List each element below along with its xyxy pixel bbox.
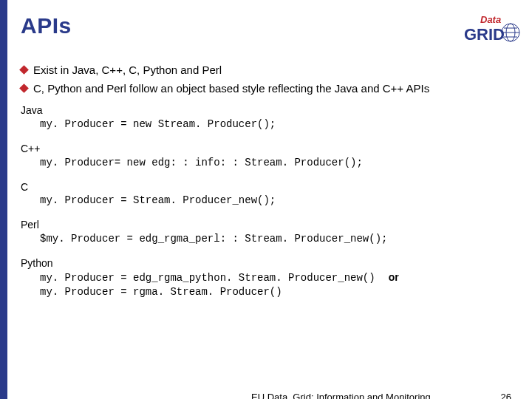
code-line: my. Producer = Stream. Producer_new(); — [40, 194, 525, 208]
code-line: my. Producer = new Stream. Producer(); — [40, 117, 525, 132]
code-section-cpp: C++ my. Producer= new edg: : info: : Str… — [21, 142, 525, 170]
code-section-c: C my. Producer = Stream. Producer_new(); — [21, 180, 525, 208]
datagrid-logo: Data GRID — [461, 13, 520, 47]
code-line: my. Producer= new edg: : info: : Stream.… — [40, 156, 525, 170]
slide-content: APIs Data GRID Exist in Java, C++, C, Py… — [7, 0, 532, 399]
logo-top-text: Data — [480, 14, 501, 25]
bullet-text: Exist in Java, C++, C, Python and Perl — [33, 64, 222, 76]
logo-bottom-text: GRID — [464, 25, 505, 44]
header-row: APIs Data GRID — [21, 13, 525, 47]
diamond-bullet-icon — [19, 83, 29, 93]
footer-text: EU Data. Grid: Information and Monitorin… — [251, 392, 431, 399]
lang-label: Perl — [21, 218, 525, 232]
code-line: my. Producer = edg_rgma_python. Stream. … — [40, 272, 375, 284]
bullet-item: Exist in Java, C++, C, Python and Perl — [21, 64, 525, 76]
code-section-python: Python my. Producer = edg_rgma_python. S… — [21, 256, 525, 299]
lang-label: Python — [21, 256, 525, 270]
left-accent-bar — [0, 0, 7, 399]
code-section-java: Java my. Producer = new Stream. Producer… — [21, 103, 525, 132]
lang-label: C++ — [21, 142, 525, 156]
bullet-list: Exist in Java, C++, C, Python and Perl C… — [21, 64, 525, 95]
bullet-text: C, Python and Perl follow an object base… — [33, 82, 429, 95]
page-title: APIs — [21, 13, 72, 38]
code-section-perl: Perl $my. Producer = edg_rgma_perl: : St… — [21, 218, 525, 246]
bullet-item: C, Python and Perl follow an object base… — [21, 82, 525, 95]
lang-label: C — [21, 180, 525, 194]
page-number: 26 — [501, 392, 511, 399]
lang-label: Java — [21, 103, 525, 117]
code-line: my. Producer = rgma. Stream. Producer() — [40, 285, 525, 299]
code-line: $my. Producer = edg_rgma_perl: : Stream.… — [40, 232, 525, 246]
diamond-bullet-icon — [19, 65, 29, 75]
or-label: or — [389, 271, 399, 283]
